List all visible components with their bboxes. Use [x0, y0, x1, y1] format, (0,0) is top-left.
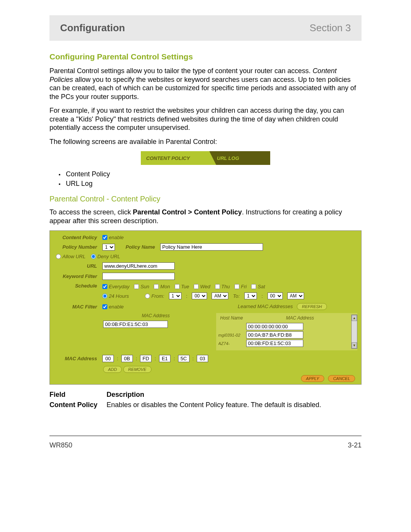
input-mac-left[interactable] [103, 321, 168, 328]
cancel-button[interactable]: CANCEL [328, 375, 355, 382]
radio-allow-url[interactable]: Allow URL [56, 254, 86, 259]
col-header-mac-address-left: MAC Address [103, 313, 209, 318]
para1c: allow you to specify the websites or key… [49, 76, 356, 101]
checkbox-mac-filter-enable[interactable]: enable [102, 304, 124, 310]
mac-enable-text: enable [109, 304, 124, 310]
learned-mac-3[interactable] [246, 340, 303, 347]
thu-text: Thu [221, 284, 230, 289]
refresh-button[interactable]: REFRESH [297, 303, 327, 310]
select-from-min[interactable]: 00 [192, 292, 207, 299]
tab-bar-screenshot: CONTENT POLICY URL LOG [141, 151, 270, 165]
label-learned-mac: Learned MAC Addresses [238, 304, 293, 309]
footer-page: 3-21 [348, 441, 362, 449]
select-policy-number[interactable]: 1 [102, 244, 115, 251]
bullet-2: URL Log [59, 180, 362, 188]
td-field-1: Content Policy [49, 401, 107, 409]
section-heading: Configuring Parental Control Settings [49, 52, 362, 61]
para4b: Parental Control > Content Policy [133, 208, 242, 216]
learned-host-3: AZ74- [218, 341, 243, 346]
input-url[interactable] [102, 262, 175, 270]
header-section: Section 3 [310, 22, 351, 34]
label-policy-number: Policy Number [54, 244, 99, 250]
oct-6[interactable] [197, 355, 208, 362]
td-desc-1: Enables or disables the Content Policy f… [107, 401, 362, 409]
bullet-1: Content Policy [59, 170, 362, 178]
deny-url-text: Deny URL [97, 254, 120, 259]
col-header-mac-address-right: MAC Address [245, 315, 355, 321]
radio-24hours[interactable]: 24 Hours [102, 293, 129, 299]
th-description: Description [107, 391, 362, 399]
select-from-hour[interactable]: 1 [169, 292, 182, 299]
para4a: To access the screen, click [49, 208, 133, 216]
everyday-text: Everyday [109, 284, 129, 289]
scrollbar[interactable]: ▲ ▼ [351, 315, 357, 349]
label-mac-address: MAC Address [54, 356, 99, 361]
tue-text: Tue [181, 284, 189, 289]
checkbox-sun[interactable]: Sun [134, 284, 149, 289]
oct-1[interactable] [102, 355, 114, 362]
paragraph-1: Parental Control settings allow you to t… [49, 67, 362, 101]
checkbox-content-policy-enable[interactable]: enable [102, 235, 124, 240]
oct-5[interactable] [178, 355, 190, 362]
tab-url-log: URL LOG [217, 151, 239, 165]
checkbox-fri[interactable]: Fri [234, 284, 247, 289]
content-policy-panel: Content Policy enable Policy Number 1 Po… [49, 230, 362, 385]
input-policy-name[interactable] [160, 243, 263, 251]
paragraph-4: To access the screen, click Parental Con… [49, 208, 362, 225]
fri-text: Fri [241, 284, 247, 289]
checkbox-mon[interactable]: Mon [154, 284, 170, 289]
page-header: Configuration Section 3 [49, 15, 362, 41]
scroll-up-icon[interactable]: ▲ [352, 315, 357, 321]
sat-text: Sat [258, 284, 265, 289]
enable-text: enable [109, 235, 124, 240]
sun-text: Sun [140, 284, 149, 289]
learned-row-2: mgi0391-02 [218, 331, 355, 339]
footer-model: WR850 [49, 441, 72, 449]
from-text: From: [151, 293, 164, 299]
th-field: Field [49, 391, 107, 399]
h24-text: 24 Hours [109, 293, 129, 299]
allow-url-text: Allow URL [62, 254, 86, 259]
header-title: Configuration [60, 22, 125, 34]
select-from-ampm[interactable]: AM [212, 292, 228, 299]
select-to-min[interactable]: 00 [268, 292, 283, 299]
add-button[interactable]: ADD [103, 366, 122, 373]
para1a: Parental Control settings allow you to t… [49, 67, 312, 75]
learned-mac-2[interactable] [246, 331, 303, 339]
checkbox-wed[interactable]: Wed [194, 284, 210, 289]
select-to-hour[interactable]: 1 [244, 292, 257, 299]
learned-mac-1[interactable] [246, 323, 303, 330]
tab-content-policy: CONTENT POLICY [141, 151, 209, 165]
bullet-list: Content Policy URL Log [59, 170, 362, 188]
oct-2[interactable] [121, 355, 133, 362]
sub-heading: Parental Control - Content Policy [49, 195, 362, 203]
paragraph-3: The following screens are available in P… [49, 137, 362, 146]
learned-host-2: mgi0391-02 [218, 333, 243, 337]
label-mac-filter: MAC Filter [54, 304, 99, 310]
page-footer: WR850 3-21 [49, 436, 362, 449]
field-table: Field Description Content Policy Enables… [49, 391, 362, 409]
oct-4[interactable] [159, 355, 170, 362]
label-keyword-filter: Keyword Filter [54, 273, 99, 279]
radio-from[interactable]: From: [145, 293, 164, 299]
paragraph-2: For example, if you want to restrict the… [49, 106, 362, 132]
scroll-down-icon[interactable]: ▼ [352, 342, 357, 348]
checkbox-tue[interactable]: Tue [175, 284, 189, 289]
remove-button[interactable]: REMOVE [123, 366, 151, 373]
apply-button[interactable]: APPLY [301, 375, 324, 382]
radio-deny-url[interactable]: Deny URL [91, 254, 120, 259]
checkbox-everyday[interactable]: Everyday [102, 284, 129, 289]
checkbox-sat[interactable]: Sat [251, 284, 265, 289]
input-keyword-filter[interactable] [102, 273, 175, 280]
oct-3[interactable] [140, 355, 151, 362]
learned-row-3: AZ74- [218, 340, 355, 347]
label-content-policy: Content Policy [54, 235, 99, 240]
learned-row-1 [218, 323, 355, 330]
label-schedule: Schedule [54, 283, 99, 289]
mon-text: Mon [160, 284, 170, 289]
select-to-ampm[interactable]: AM [287, 292, 304, 299]
col-header-host-name: Host Name [218, 315, 245, 321]
label-url: URL [54, 263, 99, 269]
label-policy-name: Policy Name [126, 244, 157, 250]
checkbox-thu[interactable]: Thu [215, 284, 230, 289]
